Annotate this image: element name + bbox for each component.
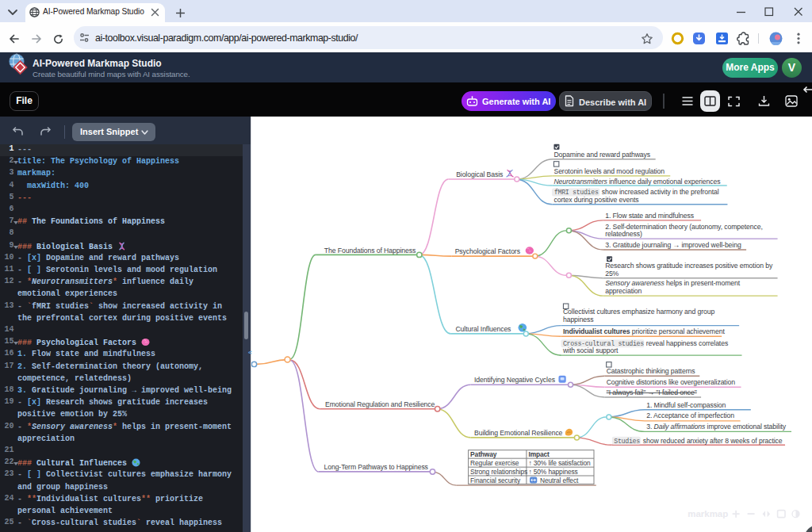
svg-text:Neutral effect: Neutral effect <box>540 477 579 484</box>
svg-text:happiness: happiness <box>563 316 594 323</box>
svg-text:Cultural Influences: Cultural Influences <box>455 325 511 333</box>
svg-text:Emotional Regulation and Resil: Emotional Regulation and Resilience <box>325 400 435 408</box>
svg-text:Individualist cultures priorit: Individualist cultures prioritize person… <box>563 327 725 335</box>
svg-text:Impact: Impact <box>528 450 550 458</box>
svg-text:cortex during positive events: cortex during positive events <box>553 196 639 204</box>
svg-text:1. Mindful self-compassion: 1. Mindful self-compassion <box>646 401 726 409</box>
svg-text:↑ 30% life satisfaction: ↑ 30% life satisfaction <box>528 459 591 467</box>
svg-text:Biological Basis: Biological Basis <box>456 170 504 178</box>
svg-text:1. Flow state and mindfulness: 1. Flow state and mindfulness <box>605 212 695 220</box>
svg-text:Financial security: Financial security <box>470 477 521 484</box>
svg-text:Serotonin levels and mood regu: Serotonin levels and mood regulation <box>553 167 665 175</box>
svg-text:25%: 25% <box>605 270 619 277</box>
svg-text:Research shows gratitude incre: Research shows gratitude increases posit… <box>605 262 773 270</box>
svg-text:Catastrophic thinking patterns: Catastrophic thinking patterns <box>607 367 695 375</box>
svg-text:3. Gratitude journaling → impr: 3. Gratitude journaling → improved well-… <box>605 241 741 249</box>
svg-text:"I always fail" → "I failed on: "I always fail" → "I failed once" <box>607 388 697 396</box>
svg-text:Studies: Studies <box>614 438 640 445</box>
svg-text:Long-Term Pathways to Happines: Long-Term Pathways to Happiness <box>324 463 428 471</box>
svg-text:↑ 50% happiness: ↑ 50% happiness <box>528 468 577 476</box>
svg-text:Strong relationships: Strong relationships <box>470 468 527 476</box>
svg-text:Collectivist cultures emphasiz: Collectivist cultures emphasize harmony … <box>563 308 715 316</box>
svg-text:appreciation: appreciation <box>605 287 642 295</box>
svg-text:Identifying Negative Cycles: Identifying Negative Cycles <box>474 376 556 384</box>
svg-text:relatedness): relatedness) <box>605 230 642 238</box>
svg-text:The Foundations of Happiness: The Foundations of Happiness <box>324 247 416 255</box>
svg-text:fMRI studies: fMRI studies <box>554 189 599 196</box>
svg-text:with social support: with social support <box>562 346 619 354</box>
svg-text:Pathway: Pathway <box>470 450 497 458</box>
svg-text:show reduced anxiety after 8 w: show reduced anxiety after 8 weeks of pr… <box>643 437 783 445</box>
svg-text:markmap: markmap <box>688 509 728 519</box>
svg-text:Regular exercise: Regular exercise <box>470 459 519 467</box>
svg-text:Sensory awareness helps in pre: Sensory awareness helps in present-momen… <box>605 279 741 287</box>
svg-text:2. Acceptance of imperfection: 2. Acceptance of imperfection <box>646 411 734 419</box>
svg-text:Psychological Factors: Psychological Factors <box>455 247 521 255</box>
svg-text:Neurotransmitters influence da: Neurotransmitters influence daily emotio… <box>553 178 721 186</box>
svg-text:show increased activity in the: show increased activity in the prefronta… <box>602 188 719 196</box>
svg-text:Building Emotional Resilience: Building Emotional Resilience <box>474 429 563 437</box>
svg-text:reveal happiness correlates: reveal happiness correlates <box>646 339 729 347</box>
svg-text:Dopamine and reward pathways: Dopamine and reward pathways <box>553 151 650 159</box>
svg-text:Cognitive distortions like ove: Cognitive distortions like overgeneraliz… <box>607 378 736 386</box>
svg-text:3. Daily affirmations improve: 3. Daily affirmations improve emotional … <box>646 423 787 431</box>
